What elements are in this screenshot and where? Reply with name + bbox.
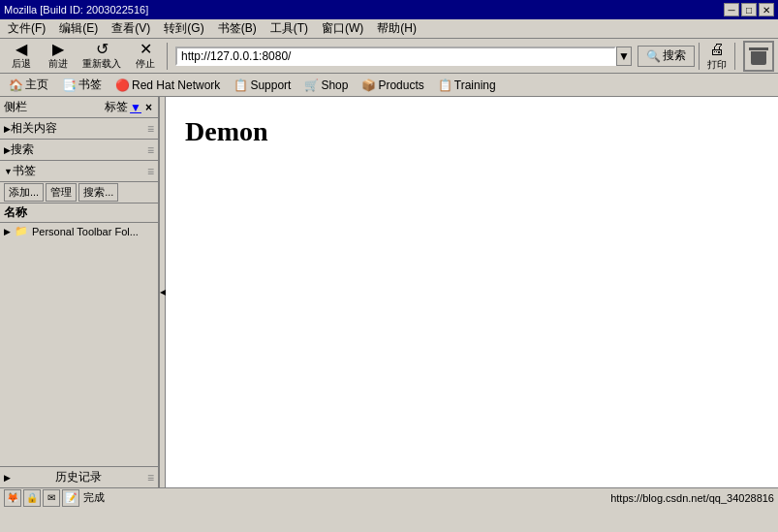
support-icon: 📋	[233, 78, 248, 92]
back-icon: ◀	[16, 42, 27, 57]
menu-window[interactable]: 窗口(W)	[316, 18, 369, 39]
sidebar-header: 侧栏 标签 ▼ ×	[0, 97, 158, 118]
list-header-label: 名称	[4, 204, 27, 221]
trash-button[interactable]	[743, 41, 774, 72]
sidebar-history-section[interactable]: ▶ 历史记录 ≡	[0, 466, 158, 487]
maximize-button[interactable]: □	[741, 3, 757, 16]
search-icon: 🔍	[646, 49, 661, 63]
section-bookmarks-handle: ≡	[147, 165, 154, 178]
bm-shop-label: Shop	[321, 78, 348, 92]
history-label: 历史记录	[55, 469, 102, 485]
forward-button[interactable]: ▶ 前进	[41, 41, 76, 72]
section-related-label: 相关内容	[11, 120, 57, 137]
title-bar: Mozilla [Build ID: 2003022516] ─ □ ✕	[0, 0, 778, 19]
sidebar-section-search[interactable]: ▶ 搜索 ≡	[0, 140, 158, 161]
bm-training[interactable]: 📋 Training	[433, 77, 501, 94]
status-icons: 🦊 🔒 ✉ 📝	[4, 489, 79, 507]
add-bookmark-button[interactable]: 添加...	[4, 183, 44, 202]
menu-edit[interactable]: 编辑(E)	[53, 18, 104, 39]
print-button[interactable]: 🖨 打印	[703, 41, 731, 72]
menu-goto[interactable]: 转到(G)	[158, 18, 209, 39]
separator	[167, 43, 168, 70]
bookmarks-bar: 🏠 主页 📑 书签 🔴 Red Hat Network 📋 Support 🛒 …	[0, 74, 778, 97]
reload-icon: ↺	[96, 42, 109, 57]
bm-products-label: Products	[378, 78, 423, 92]
sidebar-tag-label: 标签	[105, 99, 128, 115]
title-bar-text: Mozilla [Build ID: 2003022516]	[4, 4, 148, 16]
print-icon: 🖨	[709, 41, 725, 58]
bm-support[interactable]: 📋 Support	[229, 77, 296, 94]
folder-icon: 📁	[15, 225, 28, 237]
back-button[interactable]: ◀ 后退	[4, 41, 39, 72]
section-related-handle: ≡	[147, 122, 154, 136]
status-icon-4[interactable]: 📝	[62, 489, 79, 507]
sidebar-label: 侧栏	[4, 100, 27, 113]
status-text: 完成	[83, 490, 105, 505]
sidebar: 侧栏 标签 ▼ × ▶ 相关内容 ≡ ▶ 搜索 ≡ ▼ 书签 ≡ 添加... 管…	[0, 97, 160, 487]
reload-button[interactable]: ↺ 重新载入	[78, 41, 126, 72]
bm-bookmarks-label: 书签	[78, 77, 102, 93]
shop-icon: 🛒	[304, 78, 319, 92]
forward-icon: ▶	[52, 42, 64, 57]
status-icon-2[interactable]: 🔒	[23, 489, 41, 507]
collapse-arrow-icon: ◀	[160, 288, 166, 297]
training-icon: 📋	[438, 78, 452, 92]
nav-input-area: ▼	[175, 47, 632, 66]
menu-tools[interactable]: 工具(T)	[265, 18, 314, 39]
bm-home[interactable]: 🏠 主页	[4, 75, 53, 95]
stop-icon: ✕	[140, 42, 152, 57]
page-title: Demon	[185, 116, 759, 147]
address-dropdown[interactable]: ▼	[616, 47, 632, 66]
menu-bookmarks[interactable]: 书签(B)	[212, 18, 263, 39]
bm-products[interactable]: 📦 Products	[357, 77, 428, 94]
manage-bookmarks-button[interactable]: 管理	[46, 183, 77, 202]
section-search-handle: ≡	[147, 143, 154, 157]
address-input[interactable]	[175, 47, 616, 66]
trash-lid-icon	[749, 47, 768, 50]
search-button[interactable]: 🔍 搜索	[638, 46, 695, 67]
menu-view[interactable]: 查看(V)	[106, 18, 156, 39]
list-item-label: Personal Toolbar Fol...	[32, 226, 139, 237]
back-label: 后退	[12, 57, 31, 71]
bm-redhat-label: Red Hat Network	[132, 78, 220, 92]
status-bar: 🦊 🔒 ✉ 📝 完成 https://blog.csdn.net/qq_3402…	[0, 487, 778, 507]
expand-icon: ▶	[4, 227, 11, 236]
search-label: 搜索	[663, 47, 686, 64]
minimize-button[interactable]: ─	[724, 3, 739, 16]
status-url: https://blog.csdn.net/qq_34028816	[610, 492, 774, 504]
print-label: 打印	[707, 58, 727, 72]
redhat-icon: 🔴	[115, 78, 130, 92]
forward-label: 前进	[48, 57, 68, 71]
bookmarks-icon: 📑	[62, 78, 77, 92]
separator3	[734, 43, 735, 70]
stop-button[interactable]: ✕ 停止	[128, 41, 163, 72]
history-handle: ≡	[147, 471, 154, 485]
toolbar: ◀ 后退 ▶ 前进 ↺ 重新载入 ✕ 停止 ▼ 🔍 搜索 🖨 打印	[0, 39, 778, 74]
close-button[interactable]: ✕	[759, 3, 774, 16]
chevron-down-icon: ▼	[4, 167, 13, 176]
menu-help[interactable]: 帮助(H)	[371, 18, 422, 39]
search-bookmarks-button[interactable]: 搜索...	[78, 183, 118, 202]
status-icon-1[interactable]: 🦊	[4, 489, 21, 507]
sidebar-tag-dropdown[interactable]: ▼	[130, 101, 141, 114]
bm-home-label: 主页	[25, 77, 48, 93]
sidebar-title: 侧栏	[4, 99, 27, 115]
sidebar-resize-handle[interactable]	[154, 97, 158, 487]
bm-bookmarks[interactable]: 📑 书签	[57, 75, 107, 95]
separator2	[699, 43, 700, 70]
content-area: Demon	[166, 97, 778, 487]
list-item[interactable]: ▶ 📁 Personal Toolbar Fol...	[0, 223, 158, 239]
home-icon: 🏠	[9, 78, 23, 92]
sidebar-section-related[interactable]: ▶ 相关内容 ≡	[0, 118, 158, 140]
sidebar-section-bookmarks[interactable]: ▼ 书签 ≡	[0, 161, 158, 182]
bm-shop[interactable]: 🛒 Shop	[299, 77, 353, 94]
products-icon: 📦	[361, 78, 376, 92]
section-search-label: 搜索	[11, 141, 34, 158]
sidebar-close-button[interactable]: ×	[143, 101, 154, 114]
section-bookmarks-label: 书签	[13, 163, 36, 179]
bm-redhat[interactable]: 🔴 Red Hat Network	[110, 77, 225, 94]
menu-bar: 文件(F) 编辑(E) 查看(V) 转到(G) 书签(B) 工具(T) 窗口(W…	[0, 19, 778, 39]
menu-file[interactable]: 文件(F)	[2, 18, 51, 39]
status-icon-3[interactable]: ✉	[43, 489, 60, 507]
window-controls[interactable]: ─ □ ✕	[724, 3, 774, 16]
